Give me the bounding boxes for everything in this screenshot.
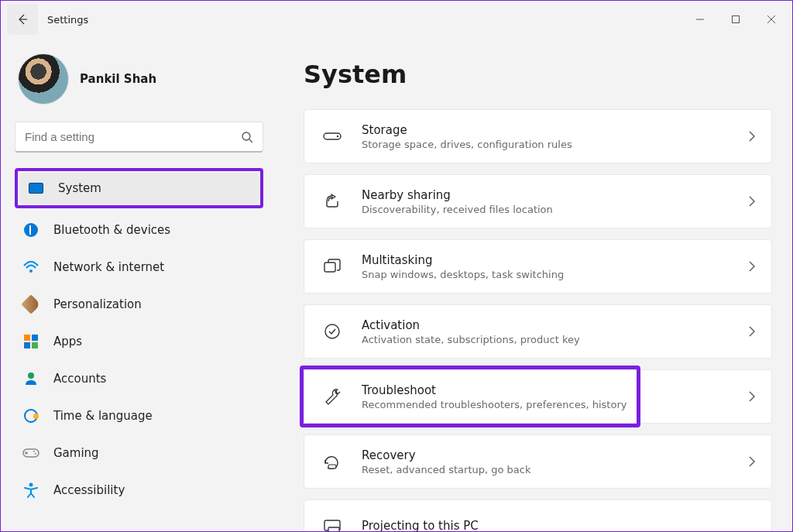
card-nearby-sharing[interactable]: Nearby sharing Discoverability, received…	[304, 174, 772, 228]
sidebar-item-label: Bluetooth & devices	[53, 223, 170, 237]
sidebar-item-label: System	[58, 181, 101, 195]
wifi-icon	[22, 261, 39, 273]
sidebar-item-apps[interactable]: Apps	[15, 326, 263, 357]
svg-rect-12	[328, 465, 336, 469]
person-icon	[22, 372, 39, 386]
sidebar-item-accounts[interactable]: Accounts	[15, 363, 263, 394]
window-title: Settings	[47, 14, 88, 26]
paintbrush-icon	[22, 297, 39, 311]
chevron-right-icon	[748, 195, 756, 208]
accessibility-icon	[22, 482, 39, 498]
svg-point-9	[337, 136, 338, 137]
sidebar-nav: System Bluetooth & devices Network & int…	[15, 168, 263, 512]
card-subtitle: Snap windows, desktops, task switching	[362, 269, 748, 280]
svg-rect-10	[324, 263, 335, 272]
sidebar-item-label: Accounts	[53, 372, 106, 386]
chevron-right-icon	[748, 390, 756, 403]
checkmark-circle-icon	[320, 323, 345, 340]
window-controls	[682, 7, 789, 32]
card-title: Activation	[362, 318, 748, 332]
search-box[interactable]	[15, 122, 263, 153]
sidebar-item-label: Apps	[53, 335, 82, 348]
sidebar-item-bluetooth[interactable]: Bluetooth & devices	[15, 215, 263, 245]
projecting-icon	[320, 520, 345, 532]
minimize-button[interactable]	[682, 7, 718, 32]
svg-point-3	[28, 372, 34, 379]
card-title: Troubleshoot	[362, 383, 748, 397]
maximize-button[interactable]	[718, 7, 754, 32]
highlight-system: System	[15, 168, 263, 208]
svg-point-1	[242, 132, 250, 140]
main-content: System Storage Storage space, drives, co…	[276, 38, 792, 532]
card-troubleshoot[interactable]: Troubleshoot Recommended troubleshooters…	[304, 369, 772, 424]
back-button[interactable]	[7, 4, 38, 35]
multitasking-icon	[320, 259, 345, 274]
card-storage[interactable]: Storage Storage space, drives, configura…	[304, 109, 772, 163]
sidebar-item-label: Personalization	[53, 297, 142, 311]
close-icon	[767, 15, 776, 24]
sidebar-item-label: Network & internet	[53, 260, 164, 274]
system-icon	[27, 183, 44, 194]
card-subtitle: Storage space, drives, configuration rul…	[362, 139, 748, 150]
sidebar-item-network[interactable]: Network & internet	[15, 252, 263, 283]
card-title: Projecting to this PC	[362, 519, 756, 532]
chevron-right-icon	[748, 325, 756, 338]
card-title: Recovery	[362, 448, 748, 462]
sidebar-item-label: Time & language	[53, 409, 153, 423]
close-button[interactable]	[754, 7, 789, 32]
card-subtitle: Recommended troubleshooters, preferences…	[362, 399, 748, 410]
card-subtitle: Activation state, subscriptions, product…	[362, 334, 748, 345]
globe-clock-icon	[22, 409, 39, 423]
gamepad-icon	[22, 448, 39, 458]
recovery-icon	[320, 454, 345, 469]
card-recovery[interactable]: Recovery Reset, advanced startup, go bac…	[304, 434, 772, 489]
page-title: System	[304, 60, 772, 89]
user-name: Pankil Shah	[80, 72, 156, 86]
apps-icon	[22, 335, 39, 348]
chevron-right-icon	[748, 260, 756, 273]
svg-rect-14	[328, 527, 339, 532]
card-projecting[interactable]: Projecting to this PC	[304, 499, 772, 532]
sidebar-item-accessibility[interactable]: Accessibility	[15, 475, 263, 506]
chevron-right-icon	[748, 455, 756, 468]
storage-icon	[320, 131, 345, 142]
sidebar-item-time-language[interactable]: Time & language	[15, 400, 263, 431]
maximize-icon	[731, 15, 740, 24]
svg-rect-0	[733, 16, 740, 23]
card-title: Multitasking	[362, 253, 748, 267]
sidebar-item-label: Gaming	[53, 446, 99, 460]
sidebar: Pankil Shah System Bluetooth & devices N	[1, 38, 276, 532]
minimize-icon	[695, 15, 705, 24]
svg-point-11	[325, 324, 339, 338]
wrench-icon	[320, 388, 345, 405]
svg-point-7	[29, 483, 33, 487]
card-activation[interactable]: Activation Activation state, subscriptio…	[304, 304, 772, 359]
sidebar-item-gaming[interactable]: Gaming	[15, 438, 263, 469]
bluetooth-icon	[22, 223, 39, 237]
share-icon	[320, 193, 345, 210]
user-profile[interactable]: Pankil Shah	[15, 53, 263, 105]
card-subtitle: Reset, advanced startup, go back	[362, 464, 748, 475]
svg-point-5	[33, 451, 35, 452]
search-icon	[241, 131, 253, 143]
svg-point-2	[29, 269, 33, 273]
svg-point-6	[35, 453, 36, 455]
search-input[interactable]	[25, 130, 241, 143]
sidebar-item-system[interactable]: System	[19, 173, 259, 204]
card-subtitle: Discoverability, received files location	[362, 204, 748, 215]
sidebar-item-label: Accessibility	[53, 483, 125, 497]
card-title: Nearby sharing	[362, 188, 748, 202]
card-multitasking[interactable]: Multitasking Snap windows, desktops, tas…	[304, 239, 772, 293]
arrow-left-icon	[16, 13, 29, 26]
chevron-right-icon	[748, 130, 756, 142]
avatar	[18, 53, 69, 105]
card-title: Storage	[362, 123, 748, 137]
titlebar: Settings	[1, 1, 792, 38]
sidebar-item-personalization[interactable]: Personalization	[15, 289, 263, 320]
